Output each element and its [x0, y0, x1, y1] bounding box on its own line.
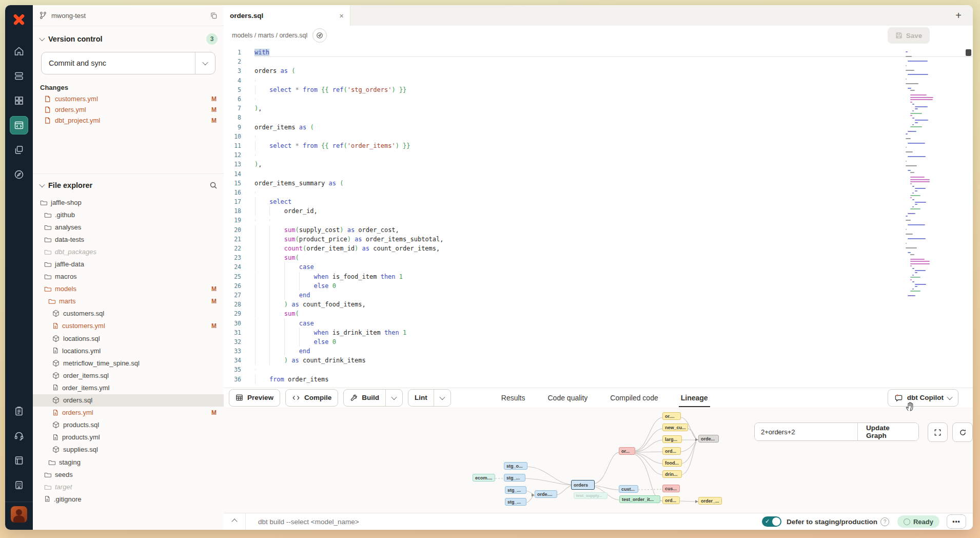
tab-results[interactable]: Results	[501, 388, 525, 407]
tree-item[interactable]: target	[33, 481, 224, 493]
lineage-node[interactable]: test_order_it...	[619, 495, 660, 503]
code-line[interactable]: 1with	[224, 48, 896, 57]
commit-dropdown[interactable]	[195, 52, 215, 74]
fullscreen-icon[interactable]	[928, 422, 948, 442]
code-line[interactable]: 36 from order_items	[224, 375, 896, 384]
tree-item[interactable]: staging	[33, 456, 224, 468]
changed-file-row[interactable]: customers.yml M	[33, 93, 224, 104]
tab-orders-sql[interactable]: orders.sql ×	[224, 5, 350, 26]
deploy-jobs-icon[interactable]	[10, 67, 28, 85]
changed-file-row[interactable]: orders.yml M	[33, 104, 224, 115]
code-line[interactable]: 32 else 0	[224, 337, 896, 347]
tab-lineage[interactable]: Lineage	[681, 388, 708, 407]
refresh-icon[interactable]	[952, 422, 973, 442]
code-line[interactable]: 27 end	[224, 291, 896, 300]
code-line[interactable]: 21 sum(product_price) as order_items_sub…	[224, 235, 896, 244]
code-line[interactable]: 9order_items as (	[224, 123, 896, 132]
tree-item[interactable]: metricflow_time_spine.sql	[33, 357, 224, 369]
code-line[interactable]: 8	[224, 113, 896, 122]
tree-item[interactable]: analyses	[33, 221, 224, 233]
home-icon[interactable]	[10, 42, 28, 61]
lineage-node[interactable]: or....	[662, 412, 681, 420]
command-input[interactable]	[257, 517, 516, 526]
minimap[interactable]	[906, 51, 953, 298]
tree-item[interactable]: .gitignore	[33, 493, 224, 505]
tree-item[interactable]: modelsM	[33, 283, 224, 295]
version-control-header[interactable]: Version control 3	[33, 26, 224, 49]
lineage-node[interactable]: new_cu...	[662, 424, 688, 431]
lineage-node[interactable]: stg_...	[504, 474, 525, 482]
code-line[interactable]: 22 count(order_item_id) as count_order_i…	[224, 244, 896, 253]
code-line[interactable]: 20 sum(supply_cost) as order_cost,	[224, 225, 896, 235]
lineage-node[interactable]: drin...	[662, 470, 682, 478]
tree-item[interactable]: seeds	[33, 468, 224, 481]
lineage-node[interactable]: test_supply...	[574, 492, 607, 499]
scrollbar-thumb[interactable]	[966, 49, 971, 56]
code-line[interactable]: 10	[224, 132, 896, 141]
code-line[interactable]: 23 sum(	[224, 253, 896, 262]
lineage-node[interactable]: ord...	[662, 496, 680, 504]
orchestration-compass-icon[interactable]	[10, 165, 28, 184]
lineage-selector-input[interactable]	[755, 423, 857, 440]
code-line[interactable]: 6	[224, 94, 896, 104]
code-line[interactable]: 5 select * from {{ ref('stg_orders') }}	[224, 85, 896, 94]
lineage-panel[interactable]: ecom....stg_o...stg_...stg_...stg_...ord…	[224, 407, 973, 513]
code-line[interactable]: 16	[224, 188, 896, 197]
lint-button[interactable]: Lint	[408, 390, 434, 406]
organization-icon[interactable]	[10, 476, 28, 494]
lineage-node[interactable]: stg_...	[505, 498, 526, 506]
tree-item[interactable]: customers.sql	[33, 308, 224, 320]
lineage-node[interactable]: ecom....	[473, 474, 495, 482]
tree-item[interactable]: products.yml	[33, 431, 224, 444]
search-icon[interactable]	[209, 181, 218, 189]
expand-console-button[interactable]	[224, 513, 246, 530]
changed-file-row[interactable]: dbt_project.yml M	[33, 115, 224, 126]
code-line[interactable]: 34 ) as count_drink_items	[224, 356, 896, 365]
tab-compiled-code[interactable]: Compiled code	[610, 388, 658, 407]
tree-item[interactable]: data-tests	[33, 233, 224, 245]
docs-icon[interactable]	[10, 451, 28, 470]
code-line[interactable]: 25 when is_food_item then 1	[224, 272, 896, 281]
tree-item[interactable]: .github	[33, 208, 224, 221]
tree-item[interactable]: locations.sql	[33, 332, 224, 344]
code-line[interactable]: 30 case	[224, 318, 896, 328]
user-avatar[interactable]	[11, 506, 27, 523]
lineage-node[interactable]: stg_...	[505, 486, 526, 494]
new-tab-button[interactable]: +	[951, 8, 966, 23]
code-line[interactable]: 18 order_id,	[224, 206, 896, 216]
tree-item[interactable]: supplies.sql	[33, 444, 224, 456]
tree-item[interactable]: customers.ymlM	[33, 320, 224, 332]
defer-toggle[interactable]: ✓	[762, 516, 781, 527]
lineage-node[interactable]: cus...	[662, 485, 680, 492]
lineage-node[interactable]: or...	[619, 447, 635, 455]
lineage-node[interactable]: food...	[662, 459, 682, 467]
support-headset-icon[interactable]	[10, 427, 28, 445]
tree-item[interactable]: jaffle-data	[33, 258, 224, 270]
tree-item[interactable]: locations.yml	[33, 344, 224, 357]
save-button[interactable]: Save	[888, 27, 930, 44]
code-line[interactable]: 4	[224, 76, 896, 85]
code-line[interactable]: 11 select * from {{ ref('order_items') }…	[224, 141, 896, 150]
tree-item[interactable]: martsM	[33, 295, 224, 308]
code-line[interactable]: 19	[224, 216, 896, 225]
extensions-icon[interactable]	[10, 141, 28, 159]
code-line[interactable]: 31 when is_drink_item then 1	[224, 328, 896, 337]
close-tab-icon[interactable]: ×	[339, 11, 344, 20]
code-line[interactable]: 33 end	[224, 347, 896, 356]
lineage-node[interactable]: orde...	[698, 435, 719, 443]
code-line[interactable]: 28 ) as count_food_items,	[224, 300, 896, 309]
code-line[interactable]: 35	[224, 365, 896, 374]
dbt-logo-icon[interactable]	[11, 11, 27, 30]
lineage-node[interactable]: orde....	[535, 490, 557, 498]
code-line[interactable]: 15order_items_summary as (	[224, 179, 896, 188]
lineage-node[interactable]: larg...	[662, 435, 682, 443]
tab-code-quality[interactable]: Code quality	[548, 388, 588, 407]
code-line[interactable]: 3orders as (	[224, 66, 896, 75]
preview-button[interactable]: Preview	[229, 389, 280, 407]
dbt-copilot-button[interactable]: dbt Copilot	[888, 389, 958, 407]
tree-item[interactable]: products.sql	[33, 419, 224, 431]
lineage-node[interactable]: stg_o...	[504, 462, 527, 470]
code-line[interactable]: 26 else 0	[224, 281, 896, 291]
code-editor[interactable]: 1with23orders as (45 select * from {{ re…	[224, 45, 973, 388]
lint-dropdown[interactable]	[434, 390, 450, 406]
